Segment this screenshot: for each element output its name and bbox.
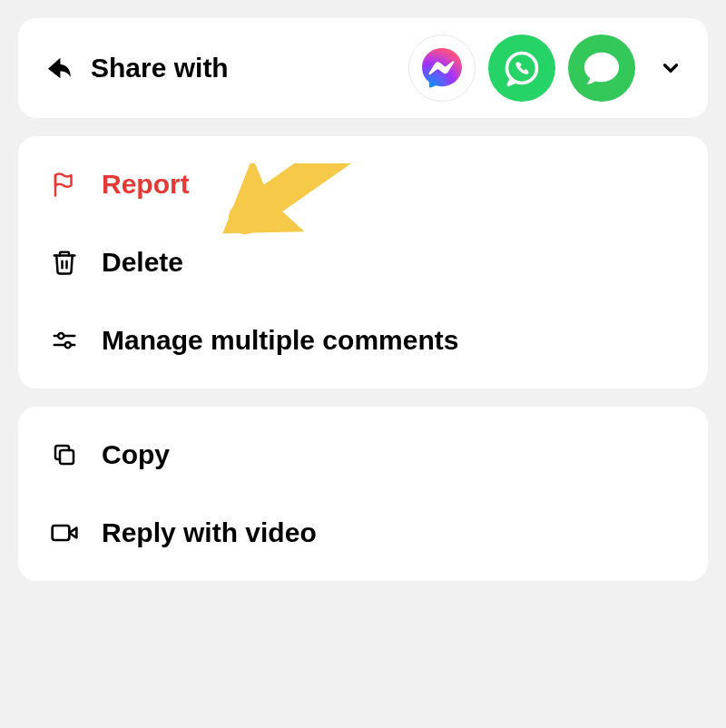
share-apps [408, 34, 682, 102]
actions-group-2: Copy Reply with video [18, 407, 708, 581]
reply-video-menu-item[interactable]: Reply with video [18, 494, 708, 572]
trash-icon [49, 247, 80, 278]
svg-rect-7 [60, 450, 74, 464]
copy-menu-item[interactable]: Copy [18, 416, 708, 494]
copy-icon [49, 439, 80, 470]
sliders-icon [49, 325, 80, 356]
chevron-down-icon[interactable] [659, 56, 682, 80]
imessage-icon[interactable] [568, 34, 635, 102]
video-icon [49, 517, 80, 548]
actions-group-1: Report Delete Manage multiple comments [18, 136, 708, 389]
manage-comments-menu-item[interactable]: Manage multiple comments [18, 301, 708, 379]
reply-video-label: Reply with video [102, 517, 317, 548]
share-left-group: Share with [44, 53, 408, 84]
svg-point-6 [65, 342, 71, 348]
delete-label: Delete [102, 247, 183, 278]
share-icon [44, 53, 74, 84]
manage-label: Manage multiple comments [102, 325, 458, 356]
svg-rect-8 [53, 526, 70, 540]
svg-point-4 [58, 333, 64, 339]
share-label: Share with [91, 53, 229, 84]
messenger-icon[interactable] [408, 34, 476, 102]
report-menu-item[interactable]: Report [18, 145, 708, 223]
whatsapp-icon[interactable] [488, 34, 555, 102]
flag-icon [49, 169, 80, 200]
report-label: Report [102, 169, 190, 200]
delete-menu-item[interactable]: Delete [18, 223, 708, 301]
share-section: Share with [18, 18, 708, 118]
copy-label: Copy [102, 439, 170, 470]
